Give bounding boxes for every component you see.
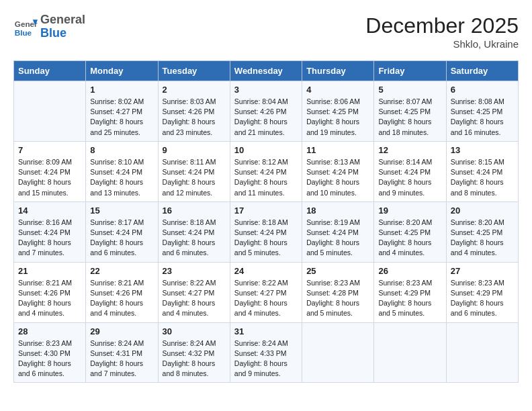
weekday-header-row: SundayMondayTuesdayWednesdayThursdayFrid…: [14, 61, 519, 81]
calendar-cell: 20Sunrise: 8:20 AM Sunset: 4:25 PM Dayli…: [446, 201, 518, 262]
day-info: Sunrise: 8:15 AM Sunset: 4:24 PM Dayligh…: [451, 157, 514, 198]
calendar-cell: 9Sunrise: 8:11 AM Sunset: 4:24 PM Daylig…: [158, 141, 230, 201]
calendar-cell: 3Sunrise: 8:04 AM Sunset: 4:26 PM Daylig…: [230, 81, 302, 142]
day-info: Sunrise: 8:14 AM Sunset: 4:24 PM Dayligh…: [378, 157, 441, 198]
day-info: Sunrise: 8:09 AM Sunset: 4:24 PM Dayligh…: [18, 157, 81, 198]
day-number: 9: [163, 145, 226, 155]
day-info: Sunrise: 8:23 AM Sunset: 4:28 PM Dayligh…: [306, 278, 369, 319]
calendar-cell: 31Sunrise: 8:24 AM Sunset: 4:33 PM Dayli…: [230, 322, 302, 383]
day-number: 2: [163, 85, 226, 95]
day-number: 21: [18, 266, 81, 276]
calendar-week-row: 21Sunrise: 8:21 AM Sunset: 4:26 PM Dayli…: [14, 262, 519, 322]
calendar-cell: [446, 322, 518, 383]
calendar-cell: 21Sunrise: 8:21 AM Sunset: 4:26 PM Dayli…: [14, 262, 86, 322]
day-number: 24: [234, 266, 298, 276]
day-info: Sunrise: 8:04 AM Sunset: 4:26 PM Dayligh…: [234, 97, 298, 138]
weekday-header: Tuesday: [158, 61, 230, 81]
weekday-header: Monday: [86, 61, 158, 81]
day-number: 19: [378, 205, 441, 216]
day-info: Sunrise: 8:17 AM Sunset: 4:24 PM Dayligh…: [90, 218, 153, 259]
calendar-cell: 22Sunrise: 8:21 AM Sunset: 4:26 PM Dayli…: [86, 262, 158, 322]
day-number: 26: [378, 266, 441, 276]
logo-blue-text: Blue: [40, 26, 66, 40]
day-number: 14: [18, 205, 81, 216]
calendar-cell: 8Sunrise: 8:10 AM Sunset: 4:24 PM Daylig…: [86, 141, 158, 201]
day-number: 20: [451, 205, 514, 216]
day-number: 7: [18, 145, 81, 155]
day-number: 30: [163, 326, 226, 336]
calendar-cell: 17Sunrise: 8:18 AM Sunset: 4:24 PM Dayli…: [230, 201, 302, 262]
day-info: Sunrise: 8:02 AM Sunset: 4:27 PM Dayligh…: [90, 97, 153, 138]
calendar-cell: 28Sunrise: 8:23 AM Sunset: 4:30 PM Dayli…: [14, 322, 86, 383]
weekday-header: Wednesday: [230, 61, 302, 81]
day-info: Sunrise: 8:23 AM Sunset: 4:30 PM Dayligh…: [18, 338, 81, 379]
calendar-cell: 11Sunrise: 8:13 AM Sunset: 4:24 PM Dayli…: [302, 141, 374, 201]
day-number: 6: [451, 85, 514, 95]
day-number: 1: [90, 85, 153, 95]
calendar-cell: 2Sunrise: 8:03 AM Sunset: 4:26 PM Daylig…: [158, 81, 230, 142]
calendar-cell: 15Sunrise: 8:17 AM Sunset: 4:24 PM Dayli…: [86, 201, 158, 262]
calendar-cell: 1Sunrise: 8:02 AM Sunset: 4:27 PM Daylig…: [86, 81, 158, 142]
calendar-cell: [14, 81, 86, 142]
day-number: 5: [378, 85, 441, 95]
calendar-cell: 18Sunrise: 8:19 AM Sunset: 4:24 PM Dayli…: [302, 201, 374, 262]
calendar-table: SundayMondayTuesdayWednesdayThursdayFrid…: [13, 60, 519, 383]
day-info: Sunrise: 8:21 AM Sunset: 4:26 PM Dayligh…: [90, 278, 153, 319]
day-info: Sunrise: 8:16 AM Sunset: 4:24 PM Dayligh…: [18, 218, 81, 259]
calendar-week-row: 14Sunrise: 8:16 AM Sunset: 4:24 PM Dayli…: [14, 201, 519, 262]
calendar-cell: 14Sunrise: 8:16 AM Sunset: 4:24 PM Dayli…: [14, 201, 86, 262]
day-number: 23: [163, 266, 226, 276]
day-info: Sunrise: 8:22 AM Sunset: 4:27 PM Dayligh…: [163, 278, 226, 319]
month-title: December 2025: [365, 13, 519, 38]
calendar-cell: 4Sunrise: 8:06 AM Sunset: 4:25 PM Daylig…: [302, 81, 374, 142]
day-info: Sunrise: 8:20 AM Sunset: 4:25 PM Dayligh…: [451, 218, 514, 259]
day-number: 15: [90, 205, 153, 216]
calendar-cell: 7Sunrise: 8:09 AM Sunset: 4:24 PM Daylig…: [14, 141, 86, 201]
weekday-header: Saturday: [446, 61, 518, 81]
day-number: 8: [90, 145, 153, 155]
calendar-cell: 24Sunrise: 8:22 AM Sunset: 4:27 PM Dayli…: [230, 262, 302, 322]
day-info: Sunrise: 8:07 AM Sunset: 4:25 PM Dayligh…: [378, 97, 441, 138]
day-number: 16: [163, 205, 226, 216]
day-number: 17: [234, 205, 298, 216]
calendar-cell: 27Sunrise: 8:23 AM Sunset: 4:29 PM Dayli…: [446, 262, 518, 322]
calendar-cell: 25Sunrise: 8:23 AM Sunset: 4:28 PM Dayli…: [302, 262, 374, 322]
weekday-header: Sunday: [14, 61, 86, 81]
day-number: 31: [234, 326, 298, 336]
day-number: 3: [234, 85, 298, 95]
day-info: Sunrise: 8:23 AM Sunset: 4:29 PM Dayligh…: [378, 278, 441, 319]
weekday-header: Friday: [374, 61, 446, 81]
day-number: 10: [234, 145, 298, 155]
day-info: Sunrise: 8:18 AM Sunset: 4:24 PM Dayligh…: [163, 218, 226, 259]
calendar-cell: 23Sunrise: 8:22 AM Sunset: 4:27 PM Dayli…: [158, 262, 230, 322]
calendar-cell: 6Sunrise: 8:08 AM Sunset: 4:25 PM Daylig…: [446, 81, 518, 142]
day-number: 28: [18, 326, 81, 336]
calendar-cell: 29Sunrise: 8:24 AM Sunset: 4:31 PM Dayli…: [86, 322, 158, 383]
day-info: Sunrise: 8:13 AM Sunset: 4:24 PM Dayligh…: [306, 157, 369, 198]
day-info: Sunrise: 8:23 AM Sunset: 4:29 PM Dayligh…: [451, 278, 514, 319]
day-info: Sunrise: 8:06 AM Sunset: 4:25 PM Dayligh…: [306, 97, 369, 138]
calendar-cell: 5Sunrise: 8:07 AM Sunset: 4:25 PM Daylig…: [374, 81, 446, 142]
calendar-cell: 26Sunrise: 8:23 AM Sunset: 4:29 PM Dayli…: [374, 262, 446, 322]
calendar-week-row: 1Sunrise: 8:02 AM Sunset: 4:27 PM Daylig…: [14, 81, 519, 142]
day-info: Sunrise: 8:21 AM Sunset: 4:26 PM Dayligh…: [18, 278, 81, 319]
calendar-cell: 16Sunrise: 8:18 AM Sunset: 4:24 PM Dayli…: [158, 201, 230, 262]
day-info: Sunrise: 8:03 AM Sunset: 4:26 PM Dayligh…: [163, 97, 226, 138]
day-info: Sunrise: 8:19 AM Sunset: 4:24 PM Dayligh…: [306, 218, 369, 259]
day-info: Sunrise: 8:18 AM Sunset: 4:24 PM Dayligh…: [234, 218, 298, 259]
day-number: 25: [306, 266, 369, 276]
day-info: Sunrise: 8:08 AM Sunset: 4:25 PM Dayligh…: [451, 97, 514, 138]
logo-general-text: General: [40, 13, 85, 26]
day-number: 29: [90, 326, 153, 336]
calendar-cell: 10Sunrise: 8:12 AM Sunset: 4:24 PM Dayli…: [230, 141, 302, 201]
day-number: 27: [451, 266, 514, 276]
day-number: 4: [306, 85, 369, 95]
day-info: Sunrise: 8:10 AM Sunset: 4:24 PM Dayligh…: [90, 157, 153, 198]
day-info: Sunrise: 8:24 AM Sunset: 4:31 PM Dayligh…: [90, 338, 153, 379]
calendar-cell: 30Sunrise: 8:24 AM Sunset: 4:32 PM Dayli…: [158, 322, 230, 383]
title-block: December 2025 Shklo, Ukraine: [365, 13, 519, 50]
page-header: General Blue General Blue December 2025 …: [13, 13, 519, 50]
day-number: 11: [306, 145, 369, 155]
calendar-cell: 19Sunrise: 8:20 AM Sunset: 4:25 PM Dayli…: [374, 201, 446, 262]
day-number: 13: [451, 145, 514, 155]
